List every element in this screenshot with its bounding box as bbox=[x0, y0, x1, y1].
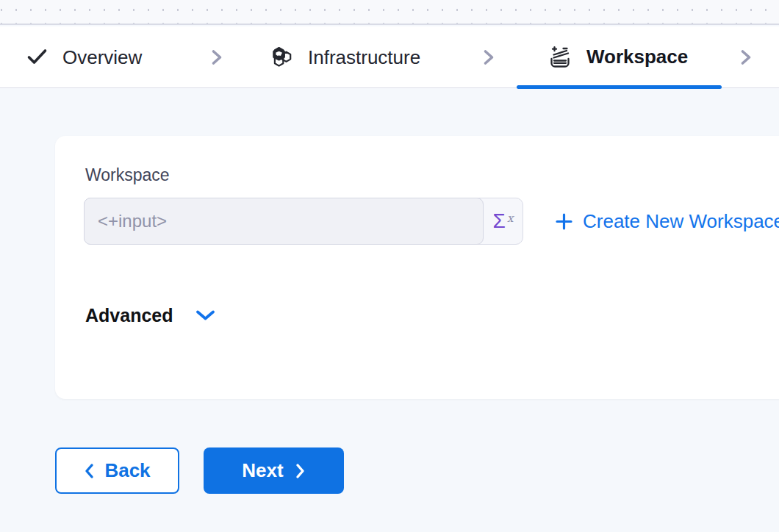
chevron-left-icon bbox=[84, 463, 94, 479]
workspace-input-group: Σx bbox=[84, 198, 523, 245]
advanced-toggle[interactable]: Advanced bbox=[85, 305, 215, 326]
create-new-workspace-link[interactable]: Create New Workspace bbox=[555, 198, 779, 245]
step-infrastructure[interactable]: Infrastructure bbox=[270, 46, 420, 68]
workspace-stack-icon bbox=[548, 46, 572, 69]
formula-sigma-button[interactable]: Σx bbox=[484, 198, 523, 244]
hexagons-icon bbox=[270, 46, 294, 68]
chevron-down-icon bbox=[195, 309, 215, 323]
step-label-overview: Overview bbox=[62, 46, 142, 68]
workspace-input[interactable] bbox=[84, 198, 484, 245]
chevron-right-icon bbox=[209, 46, 224, 69]
wizard-stepper-bar: Overview Infrastructure bbox=[0, 26, 779, 88]
check-icon bbox=[26, 47, 49, 68]
wizard-action-bar: Back Next bbox=[55, 447, 344, 494]
step-overview[interactable]: Overview bbox=[26, 46, 142, 68]
workspace-form-card: Workspace Σx Create New Workspace Advanc… bbox=[55, 136, 779, 399]
chevron-right-icon bbox=[295, 463, 306, 479]
sigma-icon: Σ bbox=[493, 209, 506, 233]
step-label-workspace: Workspace bbox=[586, 46, 688, 68]
create-link-label: Create New Workspace bbox=[583, 210, 779, 233]
plus-icon bbox=[555, 212, 573, 231]
advanced-label: Advanced bbox=[85, 305, 173, 326]
step-label-infrastructure: Infrastructure bbox=[308, 46, 420, 68]
dotted-header-strip bbox=[0, 0, 779, 25]
workspace-field-label: Workspace bbox=[85, 165, 170, 185]
active-tab-underline bbox=[517, 85, 722, 89]
step-workspace[interactable]: Workspace bbox=[548, 46, 688, 69]
next-button[interactable]: Next bbox=[204, 447, 344, 494]
next-button-label: Next bbox=[242, 459, 283, 482]
back-button-label: Back bbox=[104, 459, 150, 482]
chevron-right-icon bbox=[481, 46, 496, 69]
chevron-right-icon bbox=[739, 46, 753, 69]
back-button[interactable]: Back bbox=[55, 447, 179, 494]
